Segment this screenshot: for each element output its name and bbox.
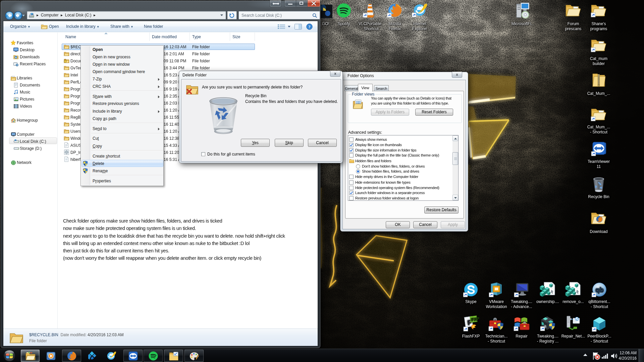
svg-text:FXP: FXP [471, 316, 479, 322]
svg-text:qb: qb [595, 286, 603, 293]
svg-text:?: ? [308, 24, 310, 29]
